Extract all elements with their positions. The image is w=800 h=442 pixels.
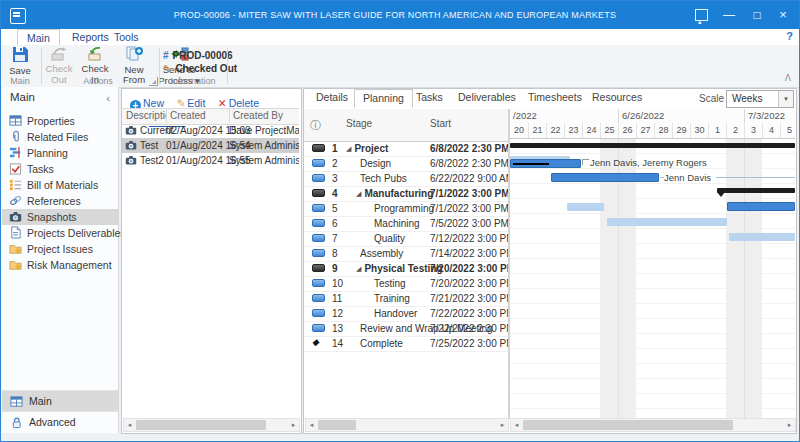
scroll-left-icon[interactable]: ◂ xyxy=(306,419,317,431)
snapshot-row-selected[interactable]: Test 01/Aug/2024 16:54 System Administra… xyxy=(122,138,299,153)
scroll-thumb[interactable] xyxy=(318,420,356,430)
col-stage[interactable]: Stage xyxy=(346,118,372,129)
tab-resources[interactable]: Resources xyxy=(584,89,650,106)
snapshot-hscrollbar[interactable]: ◂ ▸ xyxy=(123,418,300,432)
ribbon-display-options-button[interactable] xyxy=(687,1,715,29)
minimize-button[interactable]: — xyxy=(715,1,743,29)
close-button[interactable]: × xyxy=(769,1,797,29)
summary-start-cap xyxy=(717,192,725,197)
sidebar-footer-main[interactable]: Main xyxy=(2,390,118,412)
gantt-week-label: /2022 xyxy=(510,109,618,123)
snapshot-row[interactable]: Current 02/Aug/2024 15:03 Dave ProjectMa… xyxy=(122,123,299,138)
scroll-right-icon[interactable]: ▸ xyxy=(288,419,299,431)
task-grid-header: ⓘ Stage Start xyxy=(304,109,508,142)
gantt-day: 1 xyxy=(708,123,726,138)
tab-details[interactable]: Details xyxy=(308,89,356,106)
tab-planning[interactable]: Planning xyxy=(354,89,413,108)
task-row[interactable]: 7Quality7/12/2022 3:00 PM xyxy=(304,231,508,247)
col-start[interactable]: Start xyxy=(430,118,451,129)
task-row[interactable]: 10Testing7/20/2022 3:00 PM xyxy=(304,276,508,292)
gantt-bar-manufacturing-summary[interactable] xyxy=(717,188,795,193)
scroll-right-icon[interactable]: ▸ xyxy=(497,419,508,431)
gantt-day: 26 xyxy=(618,123,636,138)
expander-icon[interactable]: ◢ xyxy=(346,145,351,152)
expander-icon[interactable]: ◢ xyxy=(356,190,361,197)
summary-task-icon xyxy=(312,144,325,152)
save-button[interactable]: Save xyxy=(4,46,36,76)
gantt-day: 29 xyxy=(672,123,690,138)
task-row[interactable]: 2Design6/8/2022 2:30 PM xyxy=(304,156,508,172)
scroll-right-icon[interactable]: ▸ xyxy=(784,419,795,431)
tab-deliverables[interactable]: Deliverables xyxy=(450,89,524,106)
scroll-thumb[interactable] xyxy=(136,420,266,430)
gantt-bar-project-summary[interactable] xyxy=(510,143,795,148)
scroll-left-icon[interactable]: ◂ xyxy=(511,419,522,431)
gantt-day: 30 xyxy=(690,123,708,138)
task-row[interactable]: 12Handover7/22/2022 3:00 PM xyxy=(304,306,508,322)
gantt-bar-tech-pubs[interactable] xyxy=(551,173,659,182)
tab-timesheets[interactable]: Timesheets xyxy=(520,89,590,106)
camera-icon xyxy=(9,210,22,223)
gantt-day: 28 xyxy=(654,123,672,138)
gantt-day: 4 xyxy=(762,123,780,138)
properties-icon xyxy=(9,114,22,127)
sidebar-item-risk-management[interactable]: Risk Management xyxy=(2,257,118,273)
chevron-down-icon[interactable]: ▾ xyxy=(778,91,793,107)
sidebar-item-related-files[interactable]: Related Files xyxy=(2,129,118,145)
task-row[interactable]: 6Machining7/5/2022 3:00 PM xyxy=(304,216,508,232)
task-row[interactable]: 9◢Physical Testing7/20/2022 3:00 PM xyxy=(304,261,508,277)
label-connector xyxy=(582,159,589,165)
snapshot-row[interactable]: Test2 01/Aug/2024 16:55 System Administr… xyxy=(122,153,299,168)
task-row[interactable]: 5Programming7/1/2022 3:00 PM xyxy=(304,201,508,217)
scroll-left-icon[interactable]: ◂ xyxy=(124,419,135,431)
save-icon xyxy=(11,46,29,63)
task-grid-hscrollbar[interactable]: ◂ ▸ xyxy=(305,418,509,432)
ribbon-collapse-icon[interactable]: ᐱ xyxy=(785,73,791,83)
gantt-day: 22 xyxy=(546,123,564,138)
sidebar-item-projects-deliverables[interactable]: Projects Deliverables xyxy=(2,225,118,241)
sidebar-item-bill-of-materials[interactable]: Bill of Materials xyxy=(2,177,118,193)
folder-star-icon xyxy=(9,242,22,255)
gantt-bar-machining-baseline[interactable] xyxy=(607,218,727,226)
progress-line xyxy=(513,163,549,165)
sidebar-footer-advanced[interactable]: Advanced xyxy=(2,411,118,433)
gantt-bar-quality-baseline[interactable] xyxy=(729,233,795,241)
sidebar-collapse-icon[interactable]: ‹ xyxy=(106,92,110,104)
sidebar-item-properties[interactable]: Properties xyxy=(2,113,118,129)
sidebar-header: Main xyxy=(10,91,35,103)
sidebar-item-planning[interactable]: Planning xyxy=(2,145,118,161)
ribbon-tab-tools[interactable]: Tools xyxy=(105,29,148,45)
task-row[interactable]: 1◢Project6/8/2022 2:30 PM xyxy=(304,141,508,157)
task-grid-body: 1◢Project6/8/2022 2:30 PM 2Design6/8/202… xyxy=(304,141,508,419)
task-row[interactable]: ◆14Complete7/25/2022 3:00 PM xyxy=(304,336,508,352)
sidebar-item-tasks[interactable]: Tasks xyxy=(2,161,118,177)
task-icon xyxy=(312,249,325,257)
scroll-thumb[interactable] xyxy=(523,420,733,430)
help-icon[interactable]: ? xyxy=(786,30,793,42)
tab-tasks[interactable]: Tasks xyxy=(408,89,451,106)
ribbon-tab-main[interactable]: Main xyxy=(17,29,60,46)
col-created-by[interactable]: Created By xyxy=(229,109,303,123)
col-description[interactable]: Description xyxy=(122,109,167,123)
task-row[interactable]: 11Training7/21/2022 3:00 PM xyxy=(304,291,508,307)
scale-dropdown[interactable]: Weeks ▾ xyxy=(726,90,794,108)
gantt-day: 23 xyxy=(564,123,582,138)
sidebar-item-project-issues[interactable]: Project Issues xyxy=(2,241,118,257)
task-row[interactable]: 3Tech Pubs6/22/2022 9:00 AM xyxy=(304,171,508,187)
actions-dialog-launcher-icon[interactable] xyxy=(149,77,158,86)
lock-icon xyxy=(10,416,23,429)
sidebar-item-snapshots[interactable]: Snapshots xyxy=(2,209,118,225)
task-row[interactable]: 13Review and Wrap Up Meeting7/22/2022 2:… xyxy=(304,321,508,337)
task-row[interactable]: 8Assembly7/14/2022 3:00 PM xyxy=(304,246,508,262)
col-created-date[interactable]: Created Date xyxy=(166,109,230,123)
expander-icon[interactable]: ◢ xyxy=(356,265,361,272)
sidebar-item-references[interactable]: References xyxy=(2,193,118,209)
maximize-button[interactable]: □ xyxy=(743,1,771,29)
snapshots-panel: +New ✎Edit ✕Delete ↻Refresh Description … xyxy=(121,88,302,434)
gantt-hscrollbar[interactable]: ◂ ▸ xyxy=(510,418,796,432)
item-number: #PROD-00006 xyxy=(163,50,233,61)
task-row[interactable]: 4◢Manufacturing7/1/2022 3:00 PM xyxy=(304,186,508,202)
gantt-day: 5 xyxy=(780,123,795,138)
gantt-bar-programming[interactable] xyxy=(727,202,795,211)
gantt-bar-design[interactable] xyxy=(510,159,581,168)
